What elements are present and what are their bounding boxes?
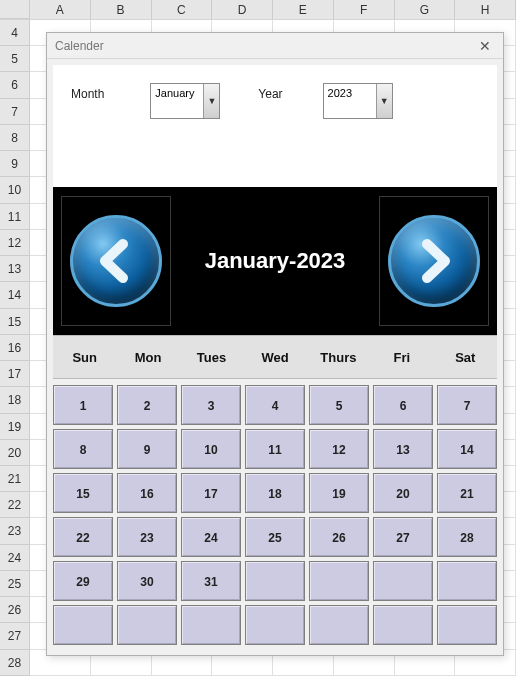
day-cell[interactable]: 7 xyxy=(437,385,497,425)
row-header[interactable]: 19 xyxy=(0,414,30,440)
dow-label: Wed xyxy=(243,336,306,380)
day-cell[interactable]: 19 xyxy=(309,473,369,513)
row-header[interactable]: 23 xyxy=(0,518,30,544)
close-button[interactable]: ✕ xyxy=(475,36,495,56)
day-cell[interactable]: 26 xyxy=(309,517,369,557)
day-of-week-header: SunMonTuesWedThursFriSat xyxy=(53,335,497,379)
day-cell-empty xyxy=(309,561,369,601)
day-cell[interactable]: 30 xyxy=(117,561,177,601)
row-header[interactable]: 18 xyxy=(0,387,30,413)
month-label: Month xyxy=(71,83,104,105)
row-header[interactable]: 10 xyxy=(0,177,30,203)
day-cell[interactable]: 3 xyxy=(181,385,241,425)
day-cell[interactable]: 25 xyxy=(245,517,305,557)
dow-label: Sun xyxy=(53,336,116,380)
day-cell[interactable]: 1 xyxy=(53,385,113,425)
dialog-titlebar: Calender ✕ xyxy=(47,33,503,59)
column-header[interactable]: C xyxy=(152,0,213,19)
day-cell[interactable]: 20 xyxy=(373,473,433,513)
day-cell-empty xyxy=(117,605,177,645)
year-label: Year xyxy=(258,83,282,105)
year-combobox[interactable]: 2023 ▼ xyxy=(323,83,393,119)
row-header[interactable]: 25 xyxy=(0,571,30,597)
day-cell[interactable]: 31 xyxy=(181,561,241,601)
day-cell[interactable]: 12 xyxy=(309,429,369,469)
day-cell[interactable]: 16 xyxy=(117,473,177,513)
day-cell[interactable]: 18 xyxy=(245,473,305,513)
day-cell[interactable]: 24 xyxy=(181,517,241,557)
day-cell-empty xyxy=(245,561,305,601)
row-header[interactable]: 5 xyxy=(0,46,30,72)
day-cell[interactable]: 21 xyxy=(437,473,497,513)
day-cell[interactable]: 8 xyxy=(53,429,113,469)
select-all-corner[interactable] xyxy=(0,0,30,19)
row-header[interactable]: 22 xyxy=(0,492,30,518)
chevron-down-icon[interactable]: ▼ xyxy=(376,84,392,118)
dow-label: Thurs xyxy=(307,336,370,380)
column-header[interactable]: G xyxy=(395,0,456,19)
row-header[interactable]: 12 xyxy=(0,230,30,256)
row-header[interactable]: 11 xyxy=(0,204,30,230)
day-cell-empty xyxy=(309,605,369,645)
day-cell[interactable]: 5 xyxy=(309,385,369,425)
row-header[interactable]: 13 xyxy=(0,256,30,282)
month-combobox[interactable]: January ▼ xyxy=(150,83,220,119)
day-cell-empty xyxy=(181,605,241,645)
close-icon: ✕ xyxy=(479,38,491,54)
month-banner: January-2023 xyxy=(53,187,497,335)
column-header[interactable]: D xyxy=(212,0,273,19)
chevron-left-icon xyxy=(70,215,162,307)
day-cell[interactable]: 6 xyxy=(373,385,433,425)
row-header[interactable]: 16 xyxy=(0,335,30,361)
day-cell[interactable]: 23 xyxy=(117,517,177,557)
chevron-down-icon[interactable]: ▼ xyxy=(203,84,219,118)
day-cell[interactable]: 14 xyxy=(437,429,497,469)
row-header[interactable]: 17 xyxy=(0,361,30,387)
dow-label: Fri xyxy=(370,336,433,380)
prev-month-button[interactable] xyxy=(61,196,171,326)
row-header[interactable]: 6 xyxy=(0,72,30,98)
banner-title: January-2023 xyxy=(205,248,346,274)
day-cell[interactable]: 17 xyxy=(181,473,241,513)
dow-label: Sat xyxy=(434,336,497,380)
row-header[interactable]: 26 xyxy=(0,597,30,623)
day-cell[interactable]: 22 xyxy=(53,517,113,557)
day-cell-empty xyxy=(245,605,305,645)
year-value: 2023 xyxy=(324,84,376,102)
day-cell-empty xyxy=(437,561,497,601)
row-header[interactable]: 14 xyxy=(0,282,30,308)
controls-row: Month January ▼ Year 2023 ▼ xyxy=(53,65,497,133)
row-header[interactable]: 27 xyxy=(0,623,30,649)
day-cell[interactable]: 2 xyxy=(117,385,177,425)
day-cell[interactable]: 13 xyxy=(373,429,433,469)
calendar-dialog: Calender ✕ Month January ▼ Year 2023 ▼ J… xyxy=(46,32,504,656)
column-headers: ABCDEFGH xyxy=(0,0,516,20)
day-cell[interactable]: 9 xyxy=(117,429,177,469)
row-header[interactable]: 7 xyxy=(0,99,30,125)
dow-label: Tues xyxy=(180,336,243,380)
column-header[interactable]: F xyxy=(334,0,395,19)
day-cell[interactable]: 11 xyxy=(245,429,305,469)
row-header[interactable]: 24 xyxy=(0,545,30,571)
day-cell[interactable]: 28 xyxy=(437,517,497,557)
row-header[interactable]: 15 xyxy=(0,309,30,335)
row-header[interactable]: 4 xyxy=(0,20,30,46)
row-header[interactable]: 28 xyxy=(0,650,30,676)
row-header[interactable]: 9 xyxy=(0,151,30,177)
column-header[interactable]: E xyxy=(273,0,334,19)
column-header[interactable]: B xyxy=(91,0,152,19)
day-cell[interactable]: 27 xyxy=(373,517,433,557)
day-cell[interactable]: 29 xyxy=(53,561,113,601)
row-header[interactable]: 20 xyxy=(0,440,30,466)
day-cell-empty xyxy=(53,605,113,645)
column-header[interactable]: H xyxy=(455,0,516,19)
row-header[interactable]: 8 xyxy=(0,125,30,151)
day-cell[interactable]: 4 xyxy=(245,385,305,425)
row-header[interactable]: 21 xyxy=(0,466,30,492)
day-cell[interactable]: 15 xyxy=(53,473,113,513)
next-month-button[interactable] xyxy=(379,196,489,326)
calendar-grid: 1234567891011121314151617181920212223242… xyxy=(53,385,497,645)
day-cell-empty xyxy=(373,561,433,601)
day-cell[interactable]: 10 xyxy=(181,429,241,469)
column-header[interactable]: A xyxy=(30,0,91,19)
